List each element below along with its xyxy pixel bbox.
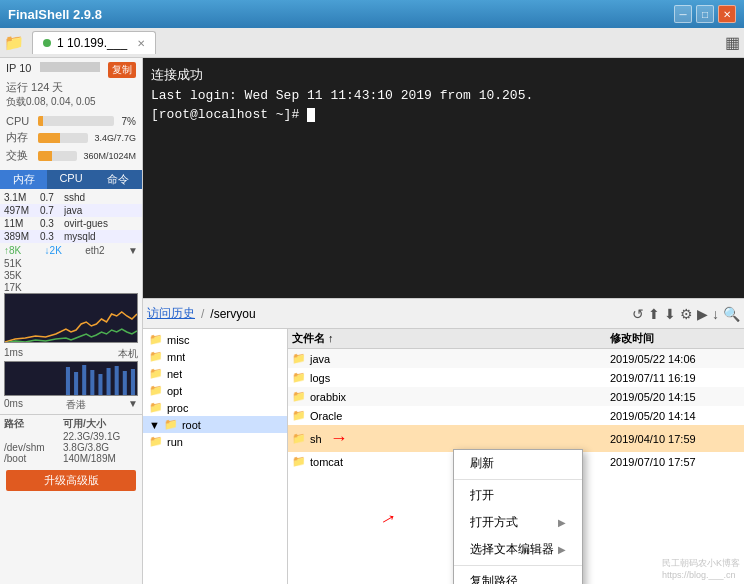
file-date-java: 2019/05/22 14:06 <box>610 353 740 365</box>
swap-label: 交换 <box>6 148 34 163</box>
latency-graph <box>4 361 138 396</box>
minimize-button[interactable]: ─ <box>674 5 692 23</box>
file-row-oracle[interactable]: 📁 Oracle 2019/05/20 14:14 <box>288 406 744 425</box>
latency2-dropdown[interactable]: ▼ <box>128 398 138 412</box>
file-row-java[interactable]: 📁 java 2019/05/22 14:06 <box>288 349 744 368</box>
maximize-button[interactable]: □ <box>696 5 714 23</box>
net-down-label: ↓2K <box>45 245 62 256</box>
svg-rect-8 <box>131 369 135 395</box>
tree-item-net[interactable]: 📁 net <box>143 365 287 382</box>
svg-rect-6 <box>115 366 119 395</box>
folder-java-icon: 📁 <box>292 352 306 365</box>
folder-orabbix-icon: 📁 <box>292 390 306 403</box>
proc-row-2: 497M 0.7 java <box>0 204 142 217</box>
download2-icon[interactable]: ↓ <box>712 306 719 322</box>
ctx-open[interactable]: 打开 <box>454 482 582 509</box>
col-date-header[interactable]: 修改时间 <box>610 331 740 346</box>
file-date-sh: 2019/04/10 17:59 <box>610 433 740 445</box>
svg-rect-2 <box>82 365 86 395</box>
upload-icon[interactable]: ⬆ <box>648 306 660 322</box>
upgrade-section: 升级高级版 <box>0 466 142 495</box>
tabbar: 📁 1 10.199.___ ✕ ▦ <box>0 28 744 58</box>
cpu-percent: 7% <box>122 116 136 127</box>
settings-icon[interactable]: ⚙ <box>680 306 693 322</box>
copy-button[interactable]: 复制 <box>108 62 136 78</box>
play-icon[interactable]: ▶ <box>697 306 708 322</box>
tab-memory[interactable]: 内存 <box>0 170 47 189</box>
terminal-prompt: [root@localhost ~]# <box>151 107 307 122</box>
file-name-logs: logs <box>310 372 330 384</box>
col-name-header[interactable]: 文件名 ↑ <box>292 331 610 346</box>
ip-value <box>40 62 100 72</box>
net-dropdown-icon[interactable]: ▼ <box>128 245 138 256</box>
history-label[interactable]: 访问历史 <box>147 305 195 322</box>
cpu-bar-row: CPU 7% <box>6 115 136 127</box>
cpu-bar-container <box>38 116 114 126</box>
tree-item-mnt[interactable]: 📁 mnt <box>143 348 287 365</box>
latency-label: 1ms <box>4 347 23 361</box>
folder-icon-misc: 📁 <box>149 333 163 346</box>
sidebar: IP 10 复制 运行 124 天 负载0.08, 0.04, 0.05 CPU… <box>0 58 143 584</box>
folder-tomcat-icon: 📁 <box>292 455 306 468</box>
svg-rect-3 <box>90 370 94 395</box>
mem-detail: 3.4G/7.7G <box>94 133 136 143</box>
cpu-label: CPU <box>6 115 34 127</box>
file-date-orabbix: 2019/05/20 14:15 <box>610 391 740 403</box>
tree-item-run[interactable]: 📁 run <box>143 433 287 450</box>
file-row-orabbix[interactable]: 📁 orabbix 2019/05/20 14:15 <box>288 387 744 406</box>
mem-bar-container <box>38 133 88 143</box>
file-date-oracle: 2019/05/20 14:14 <box>610 410 740 422</box>
ip-label: IP 10 <box>6 62 32 78</box>
proc-row-3: 11M 0.3 ovirt-gues <box>0 217 142 230</box>
window-controls: ─ □ ✕ <box>674 5 736 23</box>
swap-detail: 360M/1024M <box>83 151 136 161</box>
tab-command[interactable]: 命令 <box>95 170 142 189</box>
refresh-icon[interactable]: ↺ <box>632 306 644 322</box>
file-panel: 访问历史 / /servyou ↺ ⬆ ⬇ ⚙ ▶ ↓ 🔍 � <box>143 298 744 584</box>
file-row-sh[interactable]: 📁 sh → 2019/04/10 17:59 <box>288 425 744 452</box>
upgrade-button[interactable]: 升级高级版 <box>6 470 136 491</box>
file-name-sh: sh <box>310 433 322 445</box>
tree-item-opt[interactable]: 📁 opt <box>143 382 287 399</box>
terminal-cursor <box>307 108 315 122</box>
svg-rect-0 <box>66 367 70 395</box>
path-separator: / <box>201 307 204 321</box>
mem-bar-fill <box>38 133 60 143</box>
folder-icon-net: 📁 <box>149 367 163 380</box>
ctx-text-editor[interactable]: 选择文本编辑器▶ <box>454 536 582 563</box>
tree-item-proc[interactable]: 📁 proc <box>143 399 287 416</box>
file-name-oracle: Oracle <box>310 410 342 422</box>
download-icon[interactable]: ⬇ <box>664 306 676 322</box>
grid-view-icon[interactable]: ▦ <box>725 33 740 52</box>
app-title: FinalShell 2.9.8 <box>8 7 674 22</box>
folder-icon-proc: 📁 <box>149 401 163 414</box>
terminal-line-2: Last login: Wed Sep 11 11:43:10 2019 fro… <box>151 86 736 106</box>
tree-item-root[interactable]: ▼ 📁 root <box>143 416 287 433</box>
latency-section: 1ms 本机 0ms 香港 ▼ <box>0 345 142 414</box>
terminal-line-3: [root@localhost ~]# <box>151 105 736 125</box>
watermark: 民工朝码农小K博客https://blog.___.cn <box>662 557 740 580</box>
mem-label: 内存 <box>6 130 34 145</box>
run-days: 运行 124 天 <box>6 80 136 95</box>
ctx-copy-path[interactable]: 复制路径 <box>454 568 582 584</box>
folder-icon-root: 📁 <box>164 418 178 431</box>
latency-host: 本机 <box>118 347 138 361</box>
terminal[interactable]: 连接成功 Last login: Wed Sep 11 11:43:10 201… <box>143 58 744 298</box>
proc-row-1: 3.1M 0.7 sshd <box>0 191 142 204</box>
ctx-refresh[interactable]: 刷新 <box>454 450 582 477</box>
file-row-logs[interactable]: 📁 logs 2019/07/11 16:19 <box>288 368 744 387</box>
tab-cpu[interactable]: CPU <box>47 170 94 189</box>
tab-close-button[interactable]: ✕ <box>137 38 145 49</box>
tab-session[interactable]: 1 10.199.___ ✕ <box>32 31 156 54</box>
svg-rect-1 <box>74 372 78 395</box>
process-list: 3.1M 0.7 sshd 497M 0.7 java 11M 0.3 ovir… <box>0 191 142 243</box>
file-name-orabbix: orabbix <box>310 391 346 403</box>
load-info: 负载0.08, 0.04, 0.05 <box>6 95 136 109</box>
ctx-open-with[interactable]: 打开方式▶ <box>454 509 582 536</box>
tree-item-misc[interactable]: 📁 misc <box>143 331 287 348</box>
search-icon[interactable]: 🔍 <box>723 306 740 322</box>
svg-rect-5 <box>107 368 111 395</box>
latency2-label: 0ms <box>4 398 23 412</box>
file-date-tomcat: 2019/07/10 17:57 <box>610 456 740 468</box>
close-button[interactable]: ✕ <box>718 5 736 23</box>
